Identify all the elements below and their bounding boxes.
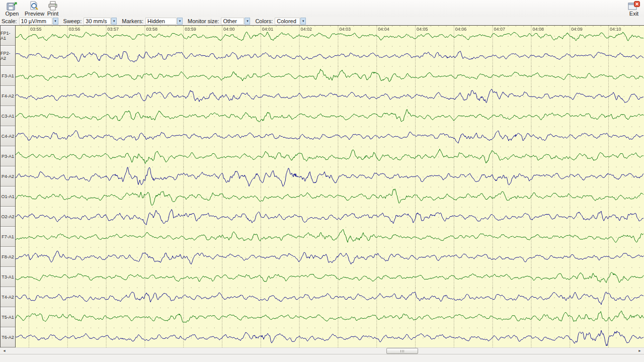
print-label: Print <box>46 11 60 17</box>
channel-label-t3-a1[interactable]: T3-A1 <box>1 267 15 287</box>
exit-label: Exit <box>626 11 642 17</box>
control-label: Monitor size: <box>188 18 219 24</box>
time-label: 04:00 <box>223 27 235 32</box>
channel-label-t5-a1[interactable]: T5-A1 <box>1 307 15 327</box>
time-label: 04:04 <box>378 27 389 32</box>
print-icon <box>48 1 58 11</box>
channel-label-p4-a2[interactable]: P4-A2 <box>1 166 15 187</box>
channel-label-fp2-a2[interactable]: FP2-A2 <box>1 46 15 66</box>
scroll-right-button[interactable]: ► <box>635 348 644 354</box>
main-toolbar: Open file Preview Print <box>0 0 644 17</box>
time-label: 04:01 <box>262 27 274 32</box>
time-label: 03:57 <box>108 27 119 32</box>
scale-dropdown-button[interactable]: ▼ <box>53 18 58 25</box>
preview-button[interactable]: Preview <box>24 1 45 17</box>
colors-value[interactable]: Colored <box>275 18 300 25</box>
control-monitor-size: Monitor size:Other▼ <box>188 18 250 25</box>
channel-label-f3-a1[interactable]: F3-A1 <box>1 66 15 86</box>
time-label: 03:55 <box>30 27 42 32</box>
channel-label-o2-a2[interactable]: O2-A2 <box>1 207 15 227</box>
colors-dropdown-button[interactable]: ▼ <box>300 18 306 25</box>
channel-label-f8-a2[interactable]: F8-A2 <box>1 247 15 267</box>
status-bar: EEG exam.txt|29.02.2008|EEG exam|15.12.1… <box>0 354 644 362</box>
time-label: 04:08 <box>532 27 544 32</box>
eeg-traces-canvas[interactable] <box>16 26 644 347</box>
monitor-size-value[interactable]: Other <box>221 18 244 25</box>
control-label: Scale: <box>2 18 17 24</box>
eeg-plot[interactable]: 03:5503:5603:5703:5803:5904:0004:0104:02… <box>16 26 644 347</box>
channel-label-o1-a1[interactable]: O1-A1 <box>1 187 15 207</box>
control-scale: Scale:10 µV/mm▼ <box>2 18 58 25</box>
channel-label-fp1-a1[interactable]: FP1-A1 <box>1 26 15 46</box>
control-sweep: Sweep:30 mm/s▼ <box>63 18 117 25</box>
scrollbar-thumb[interactable] <box>386 348 418 354</box>
monitor-size-dropdown-button[interactable]: ▼ <box>245 18 250 25</box>
channel-label-t4-a2[interactable]: T4-A2 <box>1 287 15 307</box>
scroll-left-button[interactable]: ◄ <box>0 348 9 354</box>
markers-value[interactable]: Hidden <box>145 18 177 25</box>
time-label: 04:09 <box>571 27 583 32</box>
control-colors: Colors:Colored▼ <box>255 18 306 25</box>
channel-label-column: FP1-A1FP2-A2F3-A1F4-A2C3-A1C4-A2P3-A1P4-… <box>0 26 16 347</box>
preview-icon <box>29 1 39 11</box>
channel-label-f4-a2[interactable]: F4-A2 <box>1 86 15 106</box>
settings-toolbar: Scale:10 µV/mm▼Sweep:30 mm/s▼Markers:Hid… <box>0 17 644 25</box>
channel-label-c4-a2[interactable]: C4-A2 <box>1 126 15 146</box>
time-label: 04:10 <box>610 27 621 32</box>
eeg-chart-area: FP1-A1FP2-A2F3-A1F4-A2C3-A1C4-A2P3-A1P4-… <box>0 25 644 347</box>
channel-label-f7-a1[interactable]: F7-A1 <box>1 227 15 247</box>
open-file-button[interactable]: Open file <box>1 1 24 17</box>
time-label: 04:03 <box>339 27 351 32</box>
channel-label-c3-a1[interactable]: C3-A1 <box>1 106 15 126</box>
control-label: Sweep: <box>63 18 82 24</box>
horizontal-scrollbar[interactable]: ◄ ► <box>0 347 644 354</box>
control-label: Markers: <box>122 18 143 24</box>
sweep-dropdown-button[interactable]: ▼ <box>111 18 117 25</box>
time-label: 03:56 <box>69 27 80 32</box>
control-label: Colors: <box>255 18 273 24</box>
time-label: 03:59 <box>185 27 196 32</box>
time-label: 04:05 <box>417 27 428 32</box>
open-file-icon <box>7 1 18 11</box>
sweep-value[interactable]: 30 mm/s <box>84 18 111 25</box>
scrollbar-grip-icon <box>400 350 405 352</box>
time-label: 03:58 <box>146 27 157 32</box>
markers-dropdown-button[interactable]: ▼ <box>177 18 183 25</box>
scale-value[interactable]: 10 µV/mm <box>19 18 52 25</box>
channel-label-t6-a2[interactable]: T6-A2 <box>1 327 15 347</box>
time-label: 04:06 <box>455 27 467 32</box>
control-markers: Markers:Hidden▼ <box>122 18 183 25</box>
exit-icon <box>628 1 640 11</box>
channel-label-p3-a1[interactable]: P3-A1 <box>1 146 15 166</box>
time-label: 04:07 <box>494 27 506 32</box>
exit-button[interactable]: Exit <box>625 1 643 17</box>
print-button[interactable]: Print <box>45 1 61 17</box>
preview-label: Preview <box>25 11 44 17</box>
time-label: 04:02 <box>301 27 312 32</box>
